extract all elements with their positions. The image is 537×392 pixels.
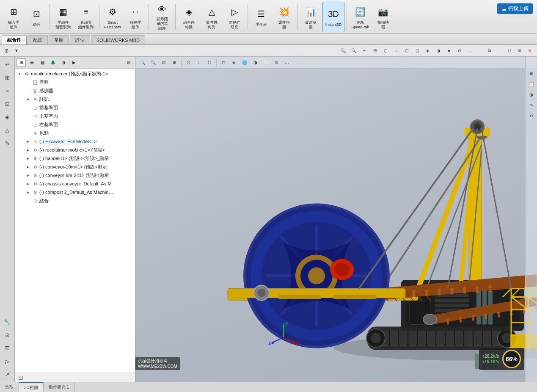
vp-zoom-in[interactable]: 🔍	[138, 58, 147, 67]
tree-filter-btn[interactable]: ⊞	[17, 58, 26, 67]
window-max-btn[interactable]: □	[505, 46, 514, 55]
tree-expand-10[interactable]: ▶	[25, 164, 31, 170]
sec-btn-6[interactable]: ↕	[391, 46, 401, 55]
sidebar-icon-12[interactable]: ↗	[1, 368, 13, 380]
tree-grid-btn[interactable]: ▦	[38, 58, 47, 67]
sidebar-icon-7[interactable]: ✎	[1, 137, 13, 149]
vp-hex2[interactable]: ⬡	[205, 58, 214, 67]
sidebar-icon-6[interactable]: △	[1, 124, 13, 136]
tree-expand-9[interactable]: ▶	[25, 155, 31, 161]
sidebar-icon-4[interactable]: ⊡	[1, 98, 13, 110]
tree-list-btn[interactable]: ☰	[27, 58, 36, 67]
sec-btn-11[interactable]: ●	[444, 46, 454, 55]
sec-btn-2[interactable]: 🔍	[349, 46, 358, 55]
sidebar-icon-10[interactable]: ☰	[1, 342, 13, 354]
vp-zoom-out[interactable]: 🔍	[149, 58, 158, 67]
tree-expand-11[interactable]: ▶	[25, 172, 31, 178]
window-tile-btn[interactable]: ⧉	[485, 46, 494, 55]
vp-white[interactable]: ⬜	[261, 58, 270, 67]
toolbar-group-2[interactable]: ▦ 零組件 預覽製列	[52, 2, 74, 32]
toolbar-group-4[interactable]: ⚙ Smart Fasteners	[102, 2, 124, 32]
toolbar-group-0[interactable]: ⊞ 插入零 組件	[3, 2, 25, 32]
toolbar-group-12[interactable]: 📊 爆炸草 圖	[300, 2, 322, 32]
3d-viewport[interactable]: 🔍 🔍 ⊡ ⊞ ⬡ ↕ ⬡ ◻ ◈ 🌐 ◑ ⬜ ⊙ …	[135, 57, 537, 382]
tree-filter-icon[interactable]: ⊟	[124, 58, 133, 67]
vp-updown[interactable]: ↕	[194, 58, 204, 67]
vp-right-btn-3[interactable]: ◑	[527, 90, 536, 99]
sidebar-icon-1[interactable]: ↩	[1, 58, 13, 70]
window-restore-btn[interactable]: ⧉	[515, 46, 524, 55]
tree-item-5[interactable]: ◻ 右基準面	[15, 120, 135, 129]
sidebar-icon-9[interactable]: ⊙	[1, 329, 13, 341]
sec-btn-8[interactable]: ◻	[413, 46, 422, 55]
tab-1[interactable]: 配置	[28, 35, 48, 44]
vp-diamond[interactable]: ◈	[229, 58, 239, 67]
vp-grid[interactable]: ⊞	[170, 58, 179, 67]
tree-item-7[interactable]: ▶ ⚠ (-) Excavator Full Model<1>	[15, 137, 135, 146]
tree-item-14[interactable]: ⊡ 結合	[15, 196, 135, 205]
toolbar-group-13[interactable]: 3D Instant3D	[322, 2, 344, 32]
tab-3[interactable]: 評估	[70, 35, 90, 44]
toolbar-group-11[interactable]: 💥 爆炸視 圖	[273, 2, 295, 32]
vp-right-btn-5[interactable]: ⊙	[527, 111, 536, 120]
sec-btn-3[interactable]: ✂	[360, 46, 369, 55]
sec-btn-10[interactable]: ◑	[434, 46, 443, 55]
tab-0[interactable]: 組合件	[2, 35, 27, 44]
status-tab-0[interactable]: 造型	[0, 382, 19, 392]
tree-expand-7[interactable]: ▶	[25, 138, 31, 144]
toolbar-group-15[interactable]: 📷 拍攝快 照	[372, 2, 394, 32]
status-tab-1[interactable]: 3D視圖	[19, 382, 44, 392]
tree-expand-8[interactable]: ▶	[25, 147, 31, 153]
toolbar-group-10[interactable]: ☰ 零件表	[250, 2, 272, 32]
toolbar-group-7[interactable]: ◈ 組合件 特徵	[178, 2, 200, 32]
sidebar-icon-3[interactable]: ≡	[1, 85, 13, 97]
tree-item-4[interactable]: ◻ 上基準面	[15, 112, 135, 120]
sec-btn-5[interactable]: ⬡	[381, 46, 390, 55]
toolbar-group-9[interactable]: ▷ 新動作 研究	[223, 2, 245, 32]
tree-item-10[interactable]: ▶ ⚙ (-) conveyor-10m<1> (預設<顯示	[15, 163, 135, 171]
toolbar-group-5[interactable]: ↔ 移動零 組件	[124, 2, 146, 32]
tree-item-12[interactable]: ▶ ⚙ (-) chassis conveyor_Default_As M	[15, 179, 135, 188]
tree-bottom-icon[interactable]: ⊟	[17, 374, 25, 381]
sec-btn-1[interactable]: 🔍	[339, 46, 348, 55]
toolbar-group-1[interactable]: ⊡ 結合	[25, 2, 47, 32]
feature-tree-content[interactable]: ▼ ⚙ mobile recelaimer (預設<顯示狀態-1> 📋 歷程 📡…	[15, 69, 135, 373]
sec-btn-13[interactable]: …	[465, 46, 475, 55]
sidebar-icon-8[interactable]: 🔧	[1, 316, 13, 328]
vp-globe[interactable]: 🌐	[240, 58, 249, 67]
toolbar-group-3[interactable]: ≡ 直線零 組件製列	[75, 2, 97, 32]
toolbar-group-6[interactable]: 👁 顯示隱 藏的零 組件	[151, 2, 173, 32]
vp-cube[interactable]: ◻	[219, 58, 228, 67]
toolbar-group-8[interactable]: △ 參考幾 何何	[201, 2, 223, 32]
tree-item-8[interactable]: ▶ ⚙ (-) recelaimer mobile<1> (預設<	[15, 146, 135, 154]
vp-half[interactable]: ◑	[251, 58, 260, 67]
tree-tree-btn[interactable]: 🌲	[48, 58, 58, 67]
tree-root[interactable]: ▼ ⚙ mobile recelaimer (預設<顯示狀態-1>	[15, 69, 135, 78]
tree-item-6[interactable]: ⊕ 原點	[15, 129, 135, 137]
vp-right-btn-2[interactable]: 📋	[527, 79, 536, 88]
tree-item-2[interactable]: ▶ A 註記	[15, 95, 135, 103]
vp-right-btn-1[interactable]: ⊞	[527, 69, 536, 78]
tab-2[interactable]: 草圖	[49, 35, 69, 44]
vp-circle[interactable]: ⊙	[272, 58, 281, 67]
toolbar-group-14[interactable]: 🔄 更新 SpeedPak	[349, 2, 371, 32]
tree-item-13[interactable]: ▶ ⚙ (-) compost 2_Default_As Machin…	[15, 188, 135, 196]
tree-expand-2[interactable]: ▶	[25, 96, 31, 102]
tree-expand-12[interactable]: ▶	[25, 181, 31, 187]
sec-btn-9[interactable]: ◈	[423, 46, 432, 55]
tree-arrow-btn[interactable]: ▶	[69, 58, 79, 67]
sidebar-icon-11[interactable]: ▷	[1, 355, 13, 367]
sec-btn-7[interactable]: ⬡	[402, 46, 411, 55]
status-tab-2[interactable]: 動作研究 1	[44, 382, 74, 392]
tree-item-11[interactable]: ▶ ⚙ (-) conveyor-6m-2<1> (預設<顯示	[15, 171, 135, 179]
tree-item-9[interactable]: ▶ ⚙ (-) handel<1> (預設<<預設>_顯示	[15, 154, 135, 163]
tree-expand-13[interactable]: ▶	[25, 189, 31, 195]
vp-fit[interactable]: ⊡	[159, 58, 168, 67]
vp-hexview[interactable]: ⬡	[184, 58, 193, 67]
window-close-btn[interactable]: ✕	[525, 46, 534, 55]
vp-more[interactable]: …	[282, 58, 292, 67]
sidebar-icon-5[interactable]: ◈	[1, 111, 13, 123]
tree-item-1[interactable]: 📡 感測器	[15, 86, 135, 95]
expand-arrow-btn[interactable]: ▼	[12, 46, 21, 55]
window-min-btn[interactable]: —	[495, 46, 504, 55]
